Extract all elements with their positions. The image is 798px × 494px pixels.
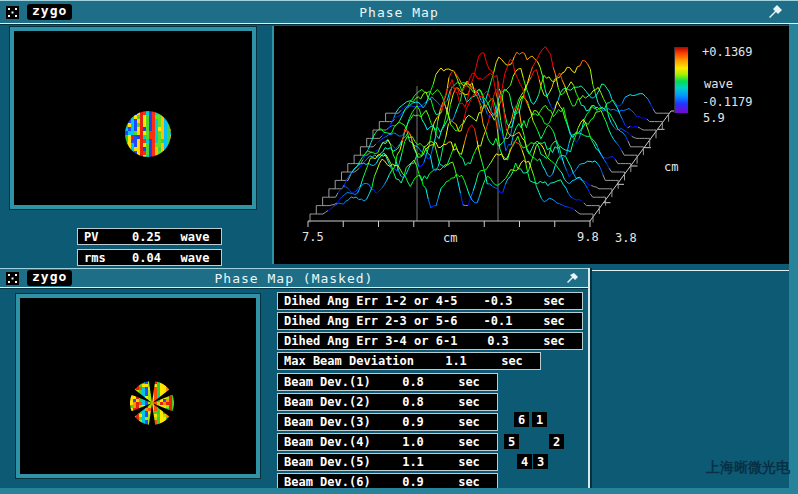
measurement-row: Beam Dev.(1)0.8sec xyxy=(277,373,498,391)
x-axis-unit-label: cm xyxy=(443,231,457,245)
measurement-label: Beam Dev.(4) xyxy=(278,435,385,449)
masked-phase-blob xyxy=(20,298,256,474)
measurement-row: Dihed Ang Err 3-4 or 6-10.3sec xyxy=(277,332,583,350)
measurement-value: 0.9 xyxy=(385,415,441,429)
phase-map-masked-window: zygo Phase Map (Masked) Dihed Ang Err 1-… xyxy=(0,268,590,488)
measurement-unit: sec xyxy=(484,354,540,368)
phase-map-masked-titlebar[interactable]: zygo Phase Map (Masked) xyxy=(0,268,588,288)
colorbar-max-label: +0.1369 xyxy=(702,45,753,59)
stat-value: 0.04 xyxy=(124,251,169,265)
measurement-value: 0.8 xyxy=(385,375,441,389)
pane-divider-line xyxy=(586,270,789,271)
zygo-logo: zygo xyxy=(27,270,72,286)
measurement-label: Beam Dev.(5) xyxy=(278,455,385,469)
surface-plot xyxy=(274,26,790,262)
measurement-row: Max Beam Deviation1.1sec xyxy=(277,352,541,370)
segment-number-box: 3 xyxy=(533,454,548,469)
measurement-unit: sec xyxy=(441,455,497,469)
measurement-label: Dihed Ang Err 2-3 or 5-6 xyxy=(278,314,470,328)
measurement-label: Beam Dev.(2) xyxy=(278,395,385,409)
measurement-label: Beam Dev.(3) xyxy=(278,415,385,429)
measurement-value: -0.3 xyxy=(470,294,526,308)
measurement-row: Dihed Ang Err 2-3 or 5-6-0.1sec xyxy=(277,312,583,330)
depth-axis-max-label: 5.9 xyxy=(703,111,725,125)
segment-number-box: 2 xyxy=(549,434,564,449)
measurement-label: Beam Dev.(6) xyxy=(278,475,385,489)
phase-map-image-panel xyxy=(10,27,256,209)
colorbar-unit-label: wave xyxy=(704,77,733,91)
segment-number-box: 5 xyxy=(504,434,519,449)
measurement-unit: sec xyxy=(441,375,497,389)
measurement-value: 0.3 xyxy=(470,334,526,348)
measurement-label: Beam Dev.(1) xyxy=(278,375,385,389)
measurement-value: 1.1 xyxy=(385,455,441,469)
measurement-label: Dihed Ang Err 1-2 or 4-5 xyxy=(278,294,470,308)
measurement-label: Dihed Ang Err 3-4 or 6-1 xyxy=(278,334,470,348)
x-axis-max-label: 9.8 xyxy=(577,230,599,244)
window-title: Phase Map (Masked) xyxy=(0,271,588,286)
colorbar-min-label: -0.1179 xyxy=(702,95,753,109)
segment-number-box: 1 xyxy=(532,412,547,427)
stat-row: PV0.25wave xyxy=(77,228,222,245)
measurement-unit: sec xyxy=(526,294,582,308)
zygo-metrology-screen: zygo Phase Map PV0.25waverms0.04wave +0.… xyxy=(0,0,798,494)
phase-map-titlebar[interactable]: zygo Phase Map xyxy=(0,0,798,24)
phase-map-blob xyxy=(14,31,252,205)
watermark-text: 上海晰微光电 xyxy=(706,459,790,477)
depth-axis-min-label: 3.8 xyxy=(615,231,637,245)
measurement-row: Beam Dev.(4)1.0sec xyxy=(277,433,498,451)
window-title: Phase Map xyxy=(0,5,798,20)
phase-map-window: zygo Phase Map PV0.25waverms0.04wave +0.… xyxy=(0,0,798,266)
measurement-row: Beam Dev.(3)0.9sec xyxy=(277,413,498,431)
measurement-unit: sec xyxy=(441,475,497,489)
pushpin-icon[interactable] xyxy=(564,271,582,287)
measurement-unit: sec xyxy=(526,314,582,328)
surface-plot-panel xyxy=(272,26,792,264)
stat-unit: wave xyxy=(169,251,221,265)
measurement-row: Dihed Ang Err 1-2 or 4-5-0.3sec xyxy=(277,292,583,310)
measurement-value: -0.1 xyxy=(470,314,526,328)
colorbar xyxy=(674,47,688,113)
right-edge-strip xyxy=(789,24,798,494)
stat-row: rms0.04wave xyxy=(77,249,222,266)
measurement-value: 0.8 xyxy=(385,395,441,409)
segment-number-box: 4 xyxy=(517,454,532,469)
segment-number-box: 6 xyxy=(514,412,529,427)
x-axis-min-label: 7.5 xyxy=(302,230,324,244)
measurement-label: Max Beam Deviation xyxy=(278,354,428,368)
stat-label: rms xyxy=(78,251,124,265)
stat-label: PV xyxy=(78,230,124,244)
masked-phase-image-panel xyxy=(16,294,260,478)
measurement-unit: sec xyxy=(441,415,497,429)
measurement-row: Beam Dev.(2)0.8sec xyxy=(277,393,498,411)
bottom-edge-strip xyxy=(0,488,798,494)
measurement-value: 1.1 xyxy=(428,354,484,368)
pushpin-icon[interactable] xyxy=(766,4,784,20)
zygo-logo: zygo xyxy=(27,4,72,20)
depth-axis-unit-label: cm xyxy=(664,160,678,174)
stat-value: 0.25 xyxy=(124,230,169,244)
measurement-row: Beam Dev.(5)1.1sec xyxy=(277,453,498,471)
measurement-value: 0.9 xyxy=(385,475,441,489)
stat-unit: wave xyxy=(169,230,221,244)
measurement-value: 1.0 xyxy=(385,435,441,449)
measurement-unit: sec xyxy=(441,395,497,409)
measurement-unit: sec xyxy=(526,334,582,348)
measurement-unit: sec xyxy=(441,435,497,449)
